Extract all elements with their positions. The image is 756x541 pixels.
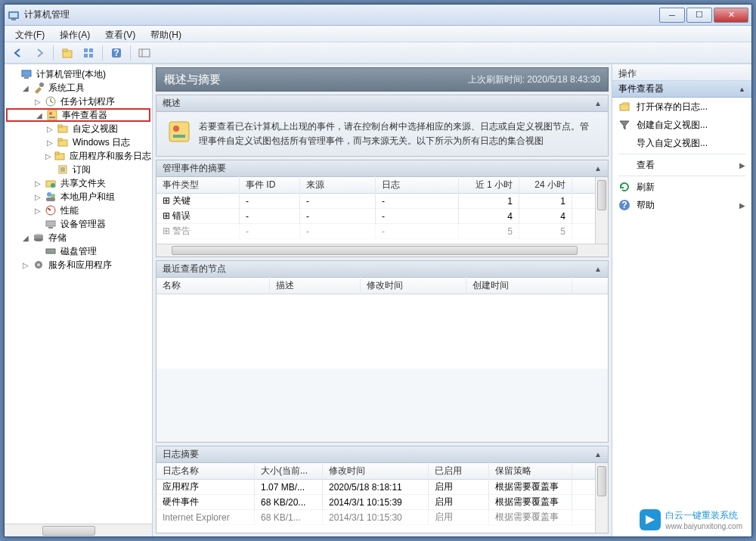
maximize-button[interactable]: ☐ bbox=[686, 8, 712, 23]
table-row[interactable]: 应用程序1.07 MB/...2020/5/18 8:18:11启用根据需要覆盖… bbox=[156, 480, 608, 495]
subscription-icon bbox=[57, 163, 69, 176]
svg-point-43 bbox=[173, 126, 179, 132]
properties-button[interactable] bbox=[79, 45, 98, 61]
summary-header[interactable]: 管理事件的摘要▲ bbox=[156, 160, 608, 177]
tree-device-manager[interactable]: 设备管理器 bbox=[6, 217, 150, 231]
services-icon bbox=[33, 259, 45, 271]
menu-file[interactable]: 文件(F) bbox=[8, 26, 52, 42]
svg-rect-33 bbox=[46, 221, 55, 226]
svg-rect-25 bbox=[55, 152, 59, 154]
svg-rect-42 bbox=[169, 122, 189, 141]
action-import-view[interactable]: 导入自定义视图... bbox=[612, 134, 751, 152]
action-view[interactable]: 查看▶ bbox=[612, 156, 751, 174]
center-title: 概述与摘要 bbox=[164, 73, 468, 87]
svg-rect-1 bbox=[10, 13, 17, 17]
tree-services-apps[interactable]: ▷服务和应用程序 bbox=[6, 258, 150, 272]
action-refresh[interactable]: 刷新 bbox=[612, 178, 751, 196]
table-row[interactable]: ⊞ 警告---55 bbox=[156, 224, 608, 239]
folder-icon bbox=[57, 123, 69, 135]
tree-root[interactable]: 计算机管理(本地) bbox=[6, 67, 150, 81]
logs-columns[interactable]: 日志名称 大小(当前... 修改时间 已启用 保留策略 bbox=[156, 463, 608, 480]
computer-icon bbox=[20, 68, 33, 80]
tree-custom-views[interactable]: ▷自定义视图 bbox=[6, 122, 150, 135]
svg-rect-13 bbox=[22, 70, 31, 76]
tree-shared-folders[interactable]: ▷共享文件夹 bbox=[6, 176, 150, 190]
disk-icon bbox=[45, 245, 57, 257]
recent-header[interactable]: 最近查看的节点▲ bbox=[156, 261, 608, 278]
vertical-scrollbar[interactable] bbox=[595, 177, 608, 244]
svg-rect-11 bbox=[139, 49, 150, 57]
summary-columns[interactable]: 事件类型 事件 ID 来源 日志 近 1 小时 24 小时 bbox=[156, 177, 608, 194]
users-icon bbox=[45, 191, 57, 203]
app-icon bbox=[8, 9, 20, 21]
svg-rect-31 bbox=[46, 197, 55, 201]
menu-help[interactable]: 帮助(H) bbox=[143, 26, 189, 42]
app-window: 计算机管理 ─ ☐ ✕ 文件(F) 操作(A) 查看(V) 帮助(H) ? 计算… bbox=[4, 4, 752, 537]
action-create-view[interactable]: 创建自定义视图... bbox=[612, 116, 751, 134]
menu-action[interactable]: 操作(A) bbox=[52, 26, 98, 42]
menu-bar: 文件(F) 操作(A) 查看(V) 帮助(H) bbox=[5, 26, 751, 42]
tree-local-users[interactable]: ▷本地用户和组 bbox=[6, 190, 150, 204]
tree-scrollbar[interactable] bbox=[5, 524, 152, 536]
navigation-tree[interactable]: 计算机管理(本地) ◢系统工具 ▷任务计划程序 ◢事件查看器 ▷自定义视图 ▷W… bbox=[5, 64, 153, 536]
svg-rect-2 bbox=[11, 19, 16, 20]
svg-point-15 bbox=[39, 82, 44, 87]
tree-task-scheduler[interactable]: ▷任务计划程序 bbox=[6, 95, 150, 108]
horizontal-scrollbar[interactable] bbox=[156, 244, 608, 257]
svg-rect-44 bbox=[173, 135, 185, 138]
open-icon bbox=[618, 101, 631, 113]
overview-icon bbox=[167, 120, 191, 144]
svg-point-41 bbox=[37, 263, 40, 266]
logs-header[interactable]: 日志摘要▲ bbox=[156, 446, 608, 463]
close-button[interactable]: ✕ bbox=[714, 8, 748, 23]
svg-point-28 bbox=[51, 183, 55, 188]
tree-storage[interactable]: ◢存储 bbox=[6, 231, 150, 244]
action-help[interactable]: ?帮助▶ bbox=[612, 196, 751, 214]
overview-panel: 概述▲ 若要查看已在计算机上出现的事件，请在控制台树中选择相应的来源、日志或自定… bbox=[156, 95, 609, 157]
table-row[interactable]: ⊞ 错误---44 bbox=[156, 209, 608, 224]
overview-header[interactable]: 概述▲ bbox=[156, 95, 608, 112]
refresh-icon bbox=[618, 181, 631, 193]
tree-event-viewer[interactable]: ◢事件查看器 bbox=[6, 108, 150, 122]
svg-text:?: ? bbox=[113, 48, 119, 58]
svg-rect-19 bbox=[49, 117, 55, 118]
action-open-saved[interactable]: 打开保存的日志... bbox=[612, 98, 751, 116]
svg-point-39 bbox=[53, 250, 54, 252]
minimize-button[interactable]: ─ bbox=[659, 8, 685, 23]
tree-system-tools[interactable]: ◢系统工具 bbox=[6, 81, 150, 95]
recent-columns[interactable]: 名称 描述 修改时间 创建时间 bbox=[156, 278, 608, 294]
overview-text: 若要查看已在计算机上出现的事件，请在控制台树中选择相应的来源、日志或自定义视图节… bbox=[199, 120, 597, 148]
tree-windows-logs[interactable]: ▷Windows 日志 bbox=[6, 135, 150, 149]
svg-point-18 bbox=[49, 112, 52, 115]
tree-performance[interactable]: ▷性能 bbox=[6, 204, 150, 217]
svg-rect-14 bbox=[24, 77, 29, 79]
table-row[interactable]: ⊞ 关键---11 bbox=[156, 194, 608, 209]
tree-app-service-logs[interactable]: ▷应用程序和服务日志 bbox=[6, 149, 150, 163]
event-viewer-icon bbox=[46, 109, 58, 121]
tree-subscriptions[interactable]: 订阅 bbox=[6, 163, 150, 176]
back-button[interactable] bbox=[9, 45, 27, 61]
table-row[interactable]: Internet Explorer68 KB/1...2014/3/1 10:1… bbox=[156, 510, 608, 525]
actions-section[interactable]: 事件查看器▲ bbox=[612, 81, 751, 98]
svg-rect-23 bbox=[58, 138, 62, 141]
svg-rect-21 bbox=[58, 125, 62, 127]
table-row[interactable]: 硬件事件68 KB/20...2014/3/1 10:15:39启用根据需要覆盖… bbox=[156, 495, 608, 510]
vertical-scrollbar[interactable] bbox=[595, 463, 608, 533]
help-button[interactable]: ? bbox=[107, 45, 125, 61]
clock-icon bbox=[45, 95, 57, 107]
svg-text:?: ? bbox=[621, 200, 627, 210]
forward-button[interactable] bbox=[30, 45, 48, 61]
svg-rect-34 bbox=[48, 227, 53, 229]
folder-icon bbox=[57, 136, 69, 148]
title-bar[interactable]: 计算机管理 ─ ☐ ✕ bbox=[5, 5, 751, 26]
tree-disk-management[interactable]: 磁盘管理 bbox=[6, 244, 150, 258]
folder-icon bbox=[54, 150, 66, 162]
svg-rect-6 bbox=[89, 48, 93, 52]
center-pane: 概述与摘要 上次刷新时间: 2020/5/18 8:43:30 概述▲ 若要查看… bbox=[153, 64, 612, 536]
svg-rect-5 bbox=[84, 48, 88, 52]
show-hide-button[interactable] bbox=[135, 45, 153, 61]
watermark-icon bbox=[640, 509, 661, 530]
menu-view[interactable]: 查看(V) bbox=[98, 26, 143, 42]
help-icon: ? bbox=[618, 199, 631, 211]
up-button[interactable] bbox=[58, 45, 76, 61]
